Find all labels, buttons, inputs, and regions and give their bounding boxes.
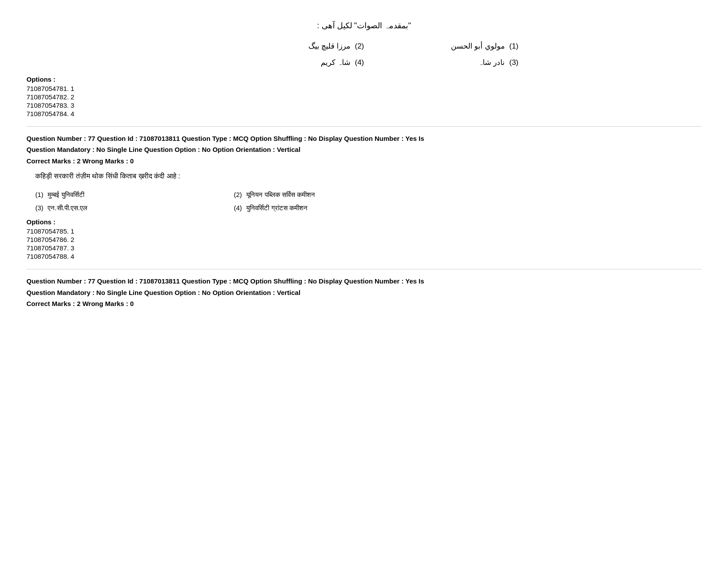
option-num-2-2: (2) [234, 188, 242, 201]
options-list-1: 71087054781. 1 71087054782. 2 7108705478… [26, 85, 702, 117]
option-text-2-1: मुम्बई युनिवर्सिटी [48, 188, 84, 201]
option-num-1-3: (3) [509, 54, 518, 71]
question-meta-3: Question Number : 77 Question Id : 71087… [26, 269, 702, 310]
list-item: 71087054787. 3 [26, 244, 702, 252]
option-num-1-1: (1) [509, 38, 518, 54]
urdu-option-1-4: (4) شاہ کریم [210, 54, 364, 71]
hindi-option-2-1: (1) मुम्बई युनिवर्सिटी [35, 188, 234, 201]
urdu-option-1-1: (1) مولوي أبو الحسن [364, 38, 518, 54]
options-list-2: 71087054785. 1 71087054786. 2 7108705478… [26, 227, 702, 260]
meta-line-2: Question Mandatory : No Single Line Ques… [26, 144, 702, 155]
question-meta-2: Question Number : 77 Question Id : 71087… [26, 126, 702, 167]
option-text-1-1: مولوي أبو الحسن [451, 38, 505, 54]
options-label-2: Options : [26, 218, 702, 226]
options-label-1: Options : [26, 76, 702, 83]
option-num-2-4: (4) [234, 201, 242, 215]
urdu-option-1-2: (2) مرزا قليچ بيگ [210, 38, 364, 54]
list-item: 71087054786. 2 [26, 236, 702, 243]
option-text-2-2: यूनियन पब्लिक सर्विस कमीशन [246, 188, 315, 201]
option-num-2-1: (1) [35, 188, 43, 201]
hindi-question-2: कहिड़ी सरकारी तंज़ीम थोक सिंधी किताब ख़र… [35, 170, 702, 183]
list-item: 71087054782. 2 [26, 93, 702, 101]
option-text-1-3: نادر شاہ [478, 54, 505, 71]
meta-line-1: Question Number : 77 Question Id : 71087… [26, 133, 702, 144]
option-num-1-2: (2) [355, 38, 364, 54]
meta-line-3-1: Question Number : 77 Question Id : 71087… [26, 276, 702, 287]
list-item: 71087054783. 3 [26, 102, 702, 109]
section-2: Question Number : 77 Question Id : 71087… [26, 126, 702, 260]
list-item: 71087054781. 1 [26, 85, 702, 92]
list-item: 71087054784. 4 [26, 110, 702, 117]
section-1: "بمقدمہ الصوات" لکیل آھی : (1) مولوي أبو… [26, 18, 702, 117]
list-item: 71087054788. 4 [26, 253, 702, 260]
option-num-1-4: (4) [355, 54, 364, 71]
urdu-option-1-3: (3) نادر شاہ [364, 54, 518, 71]
meta-line-3-3: Correct Marks : 2 Wrong Marks : 0 [26, 298, 702, 310]
meta-line-3: Correct Marks : 2 Wrong Marks : 0 [26, 155, 702, 167]
hindi-option-2-2: (2) यूनियन पब्लिक सर्विस कमीशन [234, 188, 432, 201]
urdu-question-1: "بمقدمہ الصوات" لکیل آھی : [26, 18, 702, 34]
option-text-1-2: مرزا قليچ بيگ [308, 38, 350, 54]
urdu-options-grid-1: (1) مولوي أبو الحسن (2) مرزا قليچ بيگ (3… [210, 38, 518, 71]
hindi-option-2-3: (3) एन.सी.पी.एस.एल [35, 201, 234, 215]
section-3: Question Number : 77 Question Id : 71087… [26, 269, 702, 310]
meta-line-3-2: Question Mandatory : No Single Line Ques… [26, 287, 702, 299]
hindi-options-grid-2: (1) मुम्बई युनिवर्सिटी (2) यूनियन पब्लिक… [35, 188, 432, 215]
option-text-1-4: شاہ کریم [321, 54, 350, 71]
option-text-2-3: एन.सी.पी.एस.एल [48, 201, 87, 215]
option-text-2-4: युनिवर्सिटी ग्रांटस कमीशन [246, 201, 307, 215]
option-num-2-3: (3) [35, 201, 43, 215]
hindi-option-2-4: (4) युनिवर्सिटी ग्रांटस कमीशन [234, 201, 432, 215]
list-item: 71087054785. 1 [26, 227, 702, 235]
